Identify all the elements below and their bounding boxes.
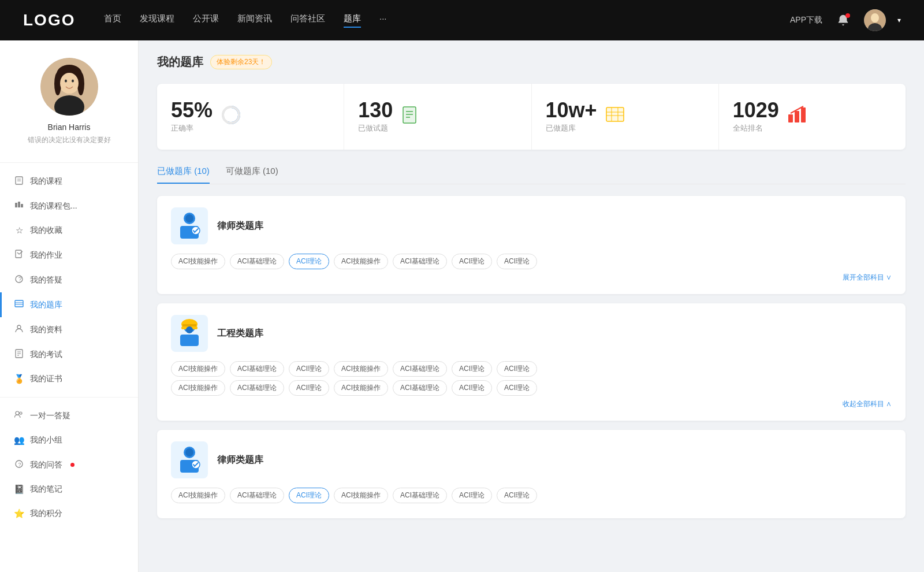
course-icon xyxy=(14,176,24,187)
sidebar-item-profile-label: 我的资料 xyxy=(30,325,62,335)
sidebar-divider-1 xyxy=(0,162,138,163)
qbank-header-1: 律师类题库 xyxy=(171,207,892,244)
tag-1-0[interactable]: ACI技能操作 xyxy=(171,254,225,269)
app-download-btn[interactable]: APP下载 xyxy=(790,15,822,25)
sidebar-item-question-label: 我的问答 xyxy=(30,460,62,470)
tag-3-4[interactable]: ACI基础理论 xyxy=(393,488,447,503)
sidebar-item-cert-label: 我的证书 xyxy=(30,374,62,384)
tab-done[interactable]: 已做题库 (10) xyxy=(157,166,210,184)
sidebar-item-favorites[interactable]: ☆ 我的收藏 xyxy=(0,218,138,243)
tags-row-1: ACI技能操作 ACI基础理论 ACI理论 ACI技能操作 ACI基础理论 AC… xyxy=(171,254,892,269)
topnav: LOGO 首页 发现课程 公开课 新闻资讯 问答社区 题库 ··· APP下载 … xyxy=(0,0,924,40)
tag-2-3[interactable]: ACI技能操作 xyxy=(334,361,388,377)
tag-2-5[interactable]: ACI理论 xyxy=(452,361,492,377)
sidebar-item-notes-label: 我的笔记 xyxy=(30,484,62,495)
page-title-row: 我的题库 体验剩余23天！ xyxy=(157,54,906,70)
tags-row-2b: ACI技能操作 ACI基础理论 ACI理论 ACI技能操作 ACI基础理论 AC… xyxy=(171,380,892,396)
sidebar-item-points[interactable]: ⭐ 我的积分 xyxy=(0,502,138,526)
sidebar-item-points-label: 我的积分 xyxy=(30,508,62,519)
logo: LOGO xyxy=(23,11,104,29)
tag-2-4[interactable]: ACI基础理论 xyxy=(393,361,447,377)
nav-more[interactable]: ··· xyxy=(379,13,387,28)
sidebar-item-profile[interactable]: 我的资料 xyxy=(0,317,138,342)
stat-rank: 1029 全站排名 xyxy=(719,84,906,150)
trial-badge: 体验剩余23天！ xyxy=(210,55,272,69)
sidebar-item-qbank[interactable]: 我的题库 xyxy=(0,292,138,317)
stat-accuracy-num: 55% 正确率 xyxy=(171,100,213,133)
tag-2b-3[interactable]: ACI技能操作 xyxy=(334,380,388,396)
question-icon: ? xyxy=(14,459,24,470)
svg-point-8 xyxy=(60,73,79,94)
notification-bell[interactable] xyxy=(834,11,852,29)
main-content: 我的题库 体验剩余23天！ 55% 正确率 xyxy=(139,40,924,572)
svg-point-1 xyxy=(871,13,879,23)
nav-qbank[interactable]: 题库 xyxy=(344,13,361,28)
sidebar-item-question[interactable]: ? 我的问答 xyxy=(0,452,138,477)
sidebar-avatar xyxy=(40,58,98,116)
sidebar-item-group-label: 我的小组 xyxy=(30,435,62,445)
tag-2-2[interactable]: ACI理论 xyxy=(289,361,329,377)
tag-1-1[interactable]: ACI基础理论 xyxy=(230,254,284,269)
sidebar-item-cert[interactable]: 🏅 我的证书 xyxy=(0,367,138,391)
svg-rect-21 xyxy=(15,300,23,307)
tag-3-2[interactable]: ACI理论 xyxy=(289,488,329,503)
nav-home[interactable]: 首页 xyxy=(104,13,121,28)
tag-2b-0[interactable]: ACI技能操作 xyxy=(171,380,225,396)
svg-text:?: ? xyxy=(18,462,21,467)
tag-2b-2[interactable]: ACI理论 xyxy=(289,380,329,396)
tag-3-0[interactable]: ACI技能操作 xyxy=(171,488,225,503)
points-icon: ⭐ xyxy=(14,508,24,519)
sidebar-item-exam[interactable]: 我的考试 xyxy=(0,342,138,367)
sidebar-item-my-course-label: 我的课程 xyxy=(30,176,62,187)
sidebar: Brian Harris 错误的决定比没有决定要好 我的课程 我的课程包... … xyxy=(0,40,139,572)
nav-open-course[interactable]: 公开课 xyxy=(193,13,219,28)
qbank-icon-wrap-3 xyxy=(171,441,208,478)
sidebar-item-qa-answer[interactable]: ? 我的答疑 xyxy=(0,268,138,292)
svg-point-10 xyxy=(72,80,74,83)
tag-3-1[interactable]: ACI基础理论 xyxy=(230,488,284,503)
qbank-card-engineer: 工程类题库 ACI技能操作 ACI基础理论 ACI理论 ACI技能操作 ACI基… xyxy=(157,303,906,421)
nav-news[interactable]: 新闻资讯 xyxy=(237,13,272,28)
tag-3-6[interactable]: ACI理论 xyxy=(497,488,537,503)
qbank-icon xyxy=(14,299,24,310)
tag-2-1[interactable]: ACI基础理论 xyxy=(230,361,284,377)
qbank-card-lawyer-1: 律师类题库 ACI技能操作 ACI基础理论 ACI理论 ACI技能操作 ACI基… xyxy=(157,196,906,294)
tag-2b-1[interactable]: ACI基础理论 xyxy=(230,380,284,396)
sidebar-item-group[interactable]: 👥 我的小组 xyxy=(0,428,138,452)
tag-1-3[interactable]: ACI技能操作 xyxy=(334,254,388,269)
tag-2b-5[interactable]: ACI理论 xyxy=(452,380,492,396)
sidebar-item-exam-label: 我的考试 xyxy=(30,350,62,360)
tag-1-6[interactable]: ACI理论 xyxy=(497,254,537,269)
tag-1-4[interactable]: ACI基础理论 xyxy=(393,254,447,269)
qbank-title-2: 工程类题库 xyxy=(217,328,263,340)
svg-point-9 xyxy=(65,80,67,83)
sidebar-item-favorites-label: 我的收藏 xyxy=(30,225,62,236)
sidebar-item-homework-label: 我的作业 xyxy=(30,250,62,261)
tag-2b-6[interactable]: ACI理论 xyxy=(497,380,537,396)
tag-3-3[interactable]: ACI技能操作 xyxy=(334,488,388,503)
nav-discover[interactable]: 发现课程 xyxy=(140,13,174,28)
sidebar-item-homework[interactable]: 我的作业 xyxy=(0,243,138,268)
user-avatar[interactable] xyxy=(864,9,886,31)
done-questions-icon xyxy=(401,105,420,129)
engineer-icon xyxy=(176,318,203,348)
tab-available[interactable]: 可做题库 (10) xyxy=(226,166,278,184)
svg-rect-16 xyxy=(18,202,20,207)
sidebar-item-notes[interactable]: 📓 我的笔记 xyxy=(0,477,138,502)
svg-text:?: ? xyxy=(18,276,22,283)
avatar-dropdown-icon[interactable]: ▾ xyxy=(897,16,901,24)
sidebar-item-course-pkg[interactable]: 我的课程包... xyxy=(0,194,138,218)
tag-2b-4[interactable]: ACI基础理论 xyxy=(393,380,447,396)
sidebar-motto: 错误的决定比没有决定要好 xyxy=(12,135,126,145)
course-pkg-icon xyxy=(14,200,24,211)
collapse-btn-2[interactable]: 收起全部科目 ∧ xyxy=(171,399,892,409)
tag-1-5[interactable]: ACI理论 xyxy=(452,254,492,269)
tag-2-0[interactable]: ACI技能操作 xyxy=(171,361,225,377)
nav-qa[interactable]: 问答社区 xyxy=(290,13,325,28)
expand-btn-1[interactable]: 展开全部科目 ∨ xyxy=(171,273,892,283)
tag-3-5[interactable]: ACI理论 xyxy=(452,488,492,503)
sidebar-item-my-course[interactable]: 我的课程 xyxy=(0,169,138,194)
tag-1-2[interactable]: ACI理论 xyxy=(289,254,329,269)
sidebar-item-1on1[interactable]: 一对一答疑 xyxy=(0,403,138,428)
tag-2-6[interactable]: ACI理论 xyxy=(497,361,537,377)
